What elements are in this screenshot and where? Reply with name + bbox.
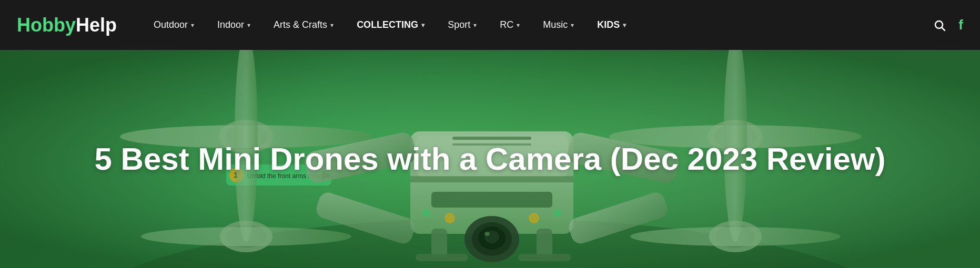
nav-label-rc: RC (500, 19, 513, 30)
chevron-down-icon: ▾ (247, 22, 250, 29)
nav-item-sport[interactable]: Sport ▾ (436, 0, 488, 50)
nav-label-outdoor: Outdoor (154, 19, 188, 30)
nav-item-collecting[interactable]: COLLECTING ▾ (345, 0, 436, 50)
nav-item-rc[interactable]: RC ▾ (488, 0, 531, 50)
nav-items: Outdoor ▾ Indoor ▾ Arts & Crafts ▾ COLLE… (142, 0, 933, 50)
logo[interactable]: Hobby Help (17, 14, 117, 36)
hero-section: 1 Unfold the front arms forwards (0, 50, 980, 268)
svg-line-1 (942, 27, 945, 30)
chevron-down-icon: ▾ (330, 22, 334, 29)
nav-item-outdoor[interactable]: Outdoor ▾ (142, 0, 206, 50)
nav-label-collecting: COLLECTING (357, 19, 418, 30)
nav-item-arts-crafts[interactable]: Arts & Crafts ▾ (262, 0, 345, 50)
logo-hobby: Hobby (17, 14, 76, 36)
chevron-down-icon: ▾ (517, 22, 520, 29)
facebook-icon[interactable]: f (958, 17, 963, 33)
chevron-down-icon: ▾ (421, 22, 425, 29)
search-icon[interactable] (933, 19, 946, 32)
nav-icons: f (933, 17, 963, 33)
chevron-down-icon: ▾ (473, 22, 477, 29)
hero-title: 5 Best Mini Drones with a Camera (Dec 20… (95, 140, 886, 178)
logo-help: Help (76, 14, 117, 36)
chevron-down-icon: ▾ (623, 22, 626, 29)
nav-label-sport: Sport (448, 19, 470, 30)
chevron-down-icon: ▾ (191, 22, 194, 29)
nav-label-kids: KIDS (597, 19, 620, 30)
nav-item-indoor[interactable]: Indoor ▾ (206, 0, 262, 50)
navbar: Hobby Help Outdoor ▾ Indoor ▾ Arts & Cra… (0, 0, 980, 50)
nav-label-arts-crafts: Arts & Crafts (274, 19, 327, 30)
nav-item-kids[interactable]: KIDS ▾ (585, 0, 638, 50)
nav-label-indoor: Indoor (217, 19, 244, 30)
nav-item-music[interactable]: Music ▾ (531, 0, 585, 50)
nav-label-music: Music (543, 19, 568, 30)
chevron-down-icon: ▾ (571, 22, 574, 29)
hero-content: 5 Best Mini Drones with a Camera (Dec 20… (63, 140, 917, 178)
